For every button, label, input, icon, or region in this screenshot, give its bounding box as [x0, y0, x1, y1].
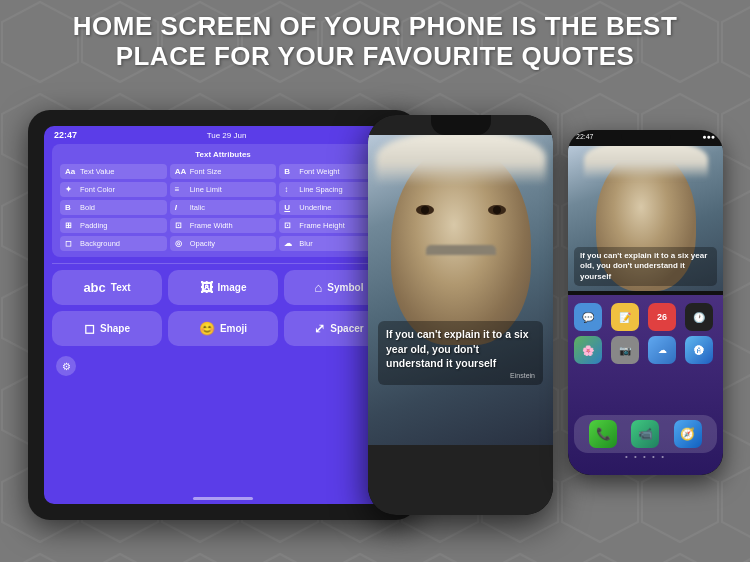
ipad-screen: 22:47 Tue 29 Jun 77% Text Attributes Aa …	[44, 126, 402, 504]
page-dots: • • • • •	[568, 452, 723, 461]
ipad-status-bar: 22:47 Tue 29 Jun 77%	[44, 126, 402, 144]
app-icon-messages[interactable]: 💬	[574, 303, 602, 331]
ipad-bottom-icons: ⚙ ?	[44, 352, 402, 376]
attr-icon-underline: U	[284, 203, 296, 212]
app-icon-notes[interactable]: 📝	[611, 303, 639, 331]
emoji-icon: 😊	[199, 321, 215, 336]
attr-opacity[interactable]: ◎ Opacity	[170, 236, 277, 251]
attr-icon-font-size: AA	[175, 167, 187, 176]
app-icon-clock[interactable]: 🕐	[685, 303, 713, 331]
phone-small-time: 22:47	[576, 133, 594, 140]
phone-small-status: 22:47 ●●●	[576, 133, 715, 140]
quote-box-large: If you can't explain it to a six year ol…	[378, 321, 543, 385]
app-icon-calendar[interactable]: 26	[648, 303, 676, 331]
attr-label-font-size: Font Size	[190, 167, 222, 176]
text-icon: abc	[83, 280, 105, 295]
attr-icon-font-weight: B	[284, 167, 296, 176]
attr-icon-bold: B	[65, 203, 77, 212]
ipad-time: 22:47	[54, 130, 77, 140]
attributes-grid: Aa Text Value AA Font Size B Font Weight…	[60, 164, 386, 251]
spacer-button-label: Spacer	[330, 323, 363, 334]
emoji-button[interactable]: 😊 Emoji	[168, 311, 278, 346]
quote-text-large: If you can't explain it to a six year ol…	[386, 327, 535, 370]
attr-label-italic: Italic	[190, 203, 205, 212]
attr-icon-frame-width: ⊡	[175, 221, 187, 230]
symbol-icon: ⌂	[315, 280, 323, 295]
emoji-button-label: Emoji	[220, 323, 247, 334]
ipad-device: 22:47 Tue 29 Jun 77% Text Attributes Aa …	[28, 110, 418, 520]
quote-text-small: If you can't explain it to a six year ol…	[580, 251, 711, 282]
dock-icon-safari[interactable]: 🧭	[674, 420, 702, 448]
attr-icon-text-value: Aa	[65, 167, 77, 176]
app-icon-appstore[interactable]: 🅐	[685, 336, 713, 364]
einstein-hair-top	[376, 135, 546, 185]
attr-frame-width[interactable]: ⊡ Frame Width	[170, 218, 277, 233]
attr-font-color[interactable]: ✦ Font Color	[60, 182, 167, 197]
attr-icon-background: ◻	[65, 239, 77, 248]
phone-small-home: 💬 📝 26 🕐 🌸 📷 ☁ 🅐 • • • • • 📞 📹 🧭	[568, 295, 723, 475]
share-icon: ⚙	[62, 361, 71, 372]
attr-icon-line-spacing: ↕	[284, 185, 296, 194]
symbol-button-label: Symbol	[327, 282, 363, 293]
phone-small-device: 22:47 ●●● If you can't explain it to a s…	[568, 130, 723, 475]
attr-label-underline: Underline	[299, 203, 331, 212]
text-attributes-panel: Text Attributes Aa Text Value AA Font Si…	[52, 144, 394, 257]
attr-text-value[interactable]: Aa Text Value	[60, 164, 167, 179]
spacer-icon: ⤢	[314, 321, 325, 336]
attr-line-limit[interactable]: ≡ Line Limit	[170, 182, 277, 197]
ipad-home-indicator	[193, 497, 253, 500]
einstein-face-container	[391, 145, 531, 345]
phone-large-screen: If you can't explain it to a six year ol…	[368, 115, 553, 515]
attr-label-blur: Blur	[299, 239, 312, 248]
einstein-eye-left	[416, 205, 434, 215]
app-icons-grid: 💬 📝 26 🕐 🌸 📷 ☁ 🅐	[574, 303, 717, 364]
einstein-photo-large: If you can't explain it to a six year ol…	[368, 135, 553, 445]
header-title: HOME SCREEN OF YOUR PHONE IS THE BEST PL…	[0, 12, 750, 72]
phone-small-screen: 22:47 ●●● If you can't explain it to a s…	[568, 130, 723, 475]
ipad-bottom-icon-left[interactable]: ⚙	[56, 356, 76, 376]
attr-bold[interactable]: B Bold	[60, 200, 167, 215]
attr-padding[interactable]: ⊞ Padding	[60, 218, 167, 233]
header-line1: HOME SCREEN OF YOUR PHONE IS THE BEST	[20, 12, 730, 42]
app-icon-weather[interactable]: ☁	[648, 336, 676, 364]
attr-font-size[interactable]: AA Font Size	[170, 164, 277, 179]
dock: 📞 📹 🧭	[574, 415, 717, 453]
attr-label-line-spacing: Line Spacing	[299, 185, 342, 194]
attribution-large: Einstein	[386, 372, 535, 379]
image-button[interactable]: 🖼 Image	[168, 270, 278, 305]
quote-box-small: If you can't explain it to a six year ol…	[574, 247, 717, 286]
shape-icon: ◻	[84, 321, 95, 336]
einstein-mustache	[426, 245, 496, 255]
shape-button[interactable]: ◻ Shape	[52, 311, 162, 346]
attr-icon-italic: I	[175, 203, 187, 212]
attr-label-bold: Bold	[80, 203, 95, 212]
dock-icon-facetime[interactable]: 📹	[631, 420, 659, 448]
small-hair	[584, 146, 708, 179]
attr-icon-opacity: ◎	[175, 239, 187, 248]
attr-label-padding: Padding	[80, 221, 108, 230]
phone-small-battery: ●●●	[702, 133, 715, 140]
attr-label-line-limit: Line Limit	[190, 185, 222, 194]
attr-label-opacity: Opacity	[190, 239, 215, 248]
phone-large-notch	[431, 115, 491, 135]
app-icon-photos[interactable]: 🌸	[574, 336, 602, 364]
einstein-eye-right	[488, 205, 506, 215]
phone-large-device: If you can't explain it to a six year ol…	[368, 115, 553, 515]
attr-icon-frame-height: ⊡	[284, 221, 296, 230]
text-button[interactable]: abc Text	[52, 270, 162, 305]
dock-icon-phone[interactable]: 📞	[589, 420, 617, 448]
attr-label-text-value: Text Value	[80, 167, 114, 176]
attr-background[interactable]: ◻ Background	[60, 236, 167, 251]
panel-title: Text Attributes	[60, 150, 386, 159]
image-icon: 🖼	[200, 280, 213, 295]
app-icon-camera[interactable]: 📷	[611, 336, 639, 364]
text-button-label: Text	[111, 282, 131, 293]
header-line2: PLACE FOR YOUR FAVOURITE QUOTES	[20, 42, 730, 72]
small-portrait: If you can't explain it to a six year ol…	[568, 146, 723, 291]
widget-buttons: abc Text 🖼 Image ⌂ Symbol ◻ Shape 😊 Emoj…	[52, 270, 394, 346]
ipad-date: Tue 29 Jun	[207, 131, 247, 140]
image-button-label: Image	[218, 282, 247, 293]
attr-italic[interactable]: I Italic	[170, 200, 277, 215]
divider	[52, 263, 394, 264]
attr-label-background: Background	[80, 239, 120, 248]
